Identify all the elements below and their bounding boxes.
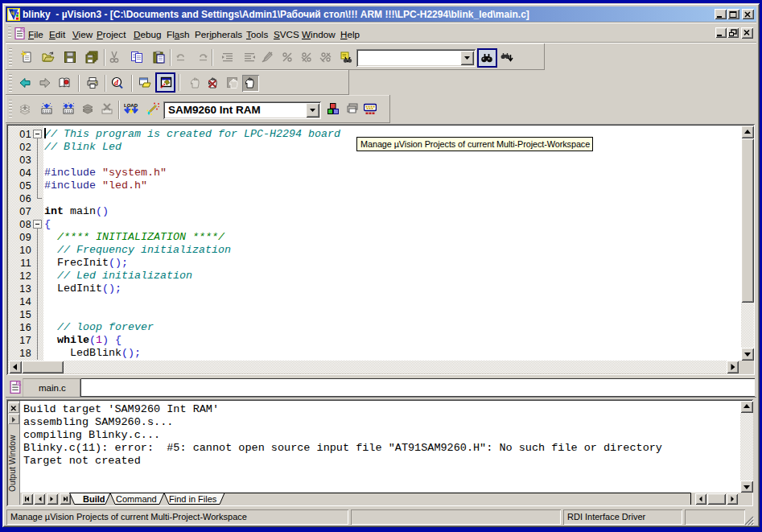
svg-text:LOAD: LOAD — [124, 103, 138, 108]
svg-text:Command: Command — [116, 494, 157, 504]
svg-text:Find in Files: Find in Files — [169, 494, 217, 504]
svg-text:Build: Build — [83, 494, 105, 504]
